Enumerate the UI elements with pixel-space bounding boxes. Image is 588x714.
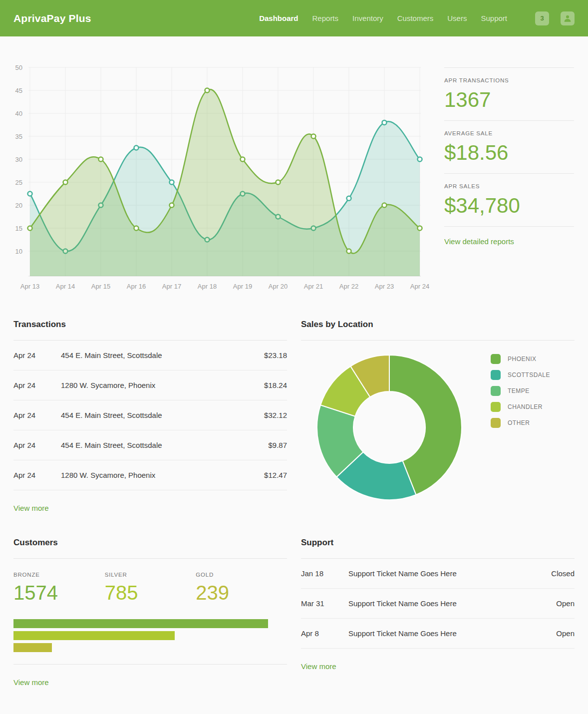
- svg-text:35: 35: [15, 133, 22, 140]
- legend-item-tempe: TEMPE: [491, 386, 550, 396]
- transaction-desc: 454 E. Main Street, Scottsdale: [61, 351, 162, 359]
- transaction-amount: $18.24: [264, 381, 287, 389]
- bar-silver: [13, 631, 175, 640]
- user-icon: [563, 13, 573, 23]
- transaction-date: Apr 24: [13, 351, 61, 359]
- svg-text:30: 30: [15, 156, 22, 163]
- stat-value: $34,780: [444, 194, 574, 218]
- sales-by-location-donut-chart: [316, 354, 463, 501]
- transaction-desc: 1280 W. Sycamore, Phoenix: [61, 471, 155, 479]
- tier-value: 785: [105, 582, 196, 604]
- ticket-status: Closed: [551, 569, 575, 578]
- transaction-desc: 454 E. Main Street, Scottsdale: [61, 441, 162, 449]
- transactions-title: Transactions: [13, 320, 287, 341]
- tier-gold: GOLD 239: [196, 572, 287, 604]
- svg-text:Apr 13: Apr 13: [20, 283, 39, 290]
- transaction-row: Apr 24 454 E. Main Street, Scottsdale $9…: [13, 430, 287, 460]
- transaction-date: Apr 24: [13, 411, 61, 419]
- svg-text:Apr 19: Apr 19: [233, 283, 252, 290]
- legend-label: OTHER: [508, 419, 530, 426]
- stat-apr-transactions: APR TRANSACTIONS 1367: [444, 67, 574, 120]
- tier-value: 1574: [13, 582, 105, 604]
- tier-bronze: BRONZE 1574: [13, 572, 105, 604]
- ticket-status: Open: [556, 629, 575, 638]
- legend-label: PHOENIX: [508, 356, 537, 362]
- transactions-section: Transactions Apr 24 454 E. Main Street, …: [13, 320, 287, 513]
- support-title: Support: [301, 538, 575, 559]
- customers-view-more-link[interactable]: View more: [13, 678, 49, 687]
- transaction-row: Apr 24 1280 W. Sycamore, Phoenix $12.47: [13, 460, 287, 490]
- transaction-amount: $9.87: [268, 441, 287, 449]
- svg-text:Apr 22: Apr 22: [339, 283, 358, 290]
- customers-section: Customers BRONZE 1574 SILVER 785 GOLD 23…: [13, 538, 287, 687]
- account-button[interactable]: [561, 11, 575, 25]
- stat-label: AVERAGE SALE: [444, 130, 574, 136]
- tier-label: SILVER: [105, 572, 196, 578]
- svg-text:Apr 15: Apr 15: [91, 283, 110, 290]
- nav-reports[interactable]: Reports: [312, 14, 339, 22]
- view-detailed-reports-link[interactable]: View detailed reports: [444, 237, 514, 246]
- daily-performance-line-chart: 101520253035404550Apr 13Apr 14Apr 15Apr …: [13, 55, 443, 295]
- ticket-date: Jan 18: [301, 569, 348, 578]
- legend-swatch: [491, 386, 501, 396]
- support-ticket-row: Jan 18 Support Ticket Name Goes Here Clo…: [301, 559, 575, 589]
- transaction-date: Apr 24: [13, 441, 61, 449]
- ticket-name: Support Ticket Name Goes Here: [348, 569, 457, 578]
- transaction-date: Apr 24: [13, 471, 61, 479]
- ticket-name: Support Ticket Name Goes Here: [348, 599, 457, 608]
- svg-text:25: 25: [15, 179, 22, 186]
- tier-label: GOLD: [196, 572, 287, 578]
- stat-average-sale: AVERAGE SALE $18.56: [444, 120, 574, 173]
- notifications-badge[interactable]: 3: [535, 11, 549, 25]
- stat-label: APR TRANSACTIONS: [444, 77, 574, 83]
- stats-panel: APR TRANSACTIONS 1367 AVERAGE SALE $18.5…: [444, 67, 574, 295]
- legend-label: CHANDLER: [508, 403, 543, 410]
- transactions-view-more-link[interactable]: View more: [13, 504, 49, 512]
- donut-legend: PHOENIX SCOTTSDALE TEMPE CHANDLER: [491, 354, 550, 434]
- stat-apr-sales: APR SALES $34,780: [444, 173, 574, 226]
- nav-inventory[interactable]: Inventory: [352, 14, 383, 22]
- transaction-row: Apr 24 454 E. Main Street, Scottsdale $2…: [13, 341, 287, 370]
- nav-support[interactable]: Support: [481, 14, 507, 22]
- svg-text:50: 50: [15, 64, 22, 71]
- legend-item-phoenix: PHOENIX: [491, 354, 550, 364]
- svg-text:10: 10: [15, 248, 22, 255]
- legend-item-scottsdale: SCOTTSDALE: [491, 370, 550, 380]
- svg-text:Apr 16: Apr 16: [127, 283, 146, 290]
- stat-label: APR SALES: [444, 183, 574, 189]
- support-ticket-row: Apr 8 Support Ticket Name Goes Here Open: [301, 619, 575, 649]
- transaction-date: Apr 24: [13, 381, 61, 389]
- transaction-row: Apr 24 1280 W. Sycamore, Phoenix $18.24: [13, 370, 287, 400]
- legend-item-other: OTHER: [491, 418, 550, 428]
- transaction-amount: $32.12: [264, 411, 287, 419]
- ticket-status: Open: [556, 599, 575, 608]
- sales-by-location-section: Sales by Location PHOENIX SCOTTSDALE TEM…: [301, 320, 575, 513]
- support-ticket-row: Mar 31 Support Ticket Name Goes Here Ope…: [301, 589, 575, 619]
- transaction-amount: $23.18: [264, 351, 287, 359]
- support-view-more-link[interactable]: View more: [301, 662, 336, 671]
- legend-swatch: [491, 402, 501, 412]
- svg-text:Apr 20: Apr 20: [269, 283, 288, 290]
- app-header: AprivaPay Plus Dashboard Reports Invento…: [0, 0, 588, 36]
- svg-text:Apr 14: Apr 14: [56, 283, 75, 290]
- legend-swatch: [491, 370, 501, 380]
- svg-text:Apr 23: Apr 23: [375, 283, 394, 290]
- svg-text:Apr 18: Apr 18: [198, 283, 217, 290]
- bar-gold: [13, 643, 52, 652]
- nav-dashboard[interactable]: Dashboard: [259, 14, 298, 22]
- legend-label: TEMPE: [508, 387, 530, 394]
- svg-text:Apr 17: Apr 17: [162, 283, 181, 290]
- brand-title: AprivaPay Plus: [13, 12, 91, 24]
- svg-text:Apr 21: Apr 21: [304, 283, 323, 290]
- ticket-name: Support Ticket Name Goes Here: [348, 629, 457, 638]
- main-nav: Dashboard Reports Inventory Customers Us…: [259, 14, 507, 22]
- nav-customers[interactable]: Customers: [397, 14, 434, 22]
- svg-text:20: 20: [15, 202, 22, 209]
- stat-value: 1367: [444, 88, 574, 112]
- bar-bronze: [13, 619, 268, 628]
- customers-title: Customers: [13, 538, 287, 559]
- transaction-row: Apr 24 454 E. Main Street, Scottsdale $3…: [13, 400, 287, 430]
- tier-label: BRONZE: [13, 572, 105, 578]
- svg-text:40: 40: [15, 110, 22, 117]
- nav-users[interactable]: Users: [447, 14, 467, 22]
